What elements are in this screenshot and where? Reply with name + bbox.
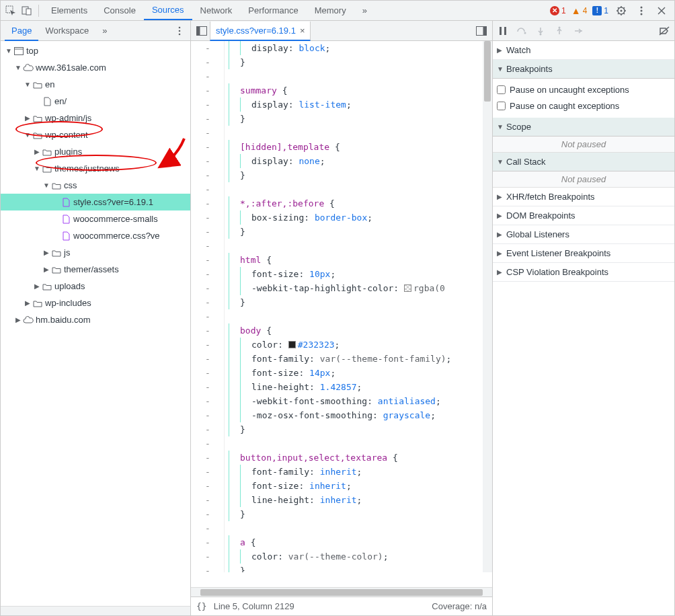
toggle-navigator-icon[interactable]: [194, 23, 210, 39]
chevron-right-icon[interactable]: ▶: [42, 249, 50, 256]
chevron-down-icon[interactable]: ▼: [33, 165, 41, 172]
gutter-line[interactable]: -: [191, 564, 225, 578]
chevron-right-icon[interactable]: ▶: [24, 114, 32, 122]
tree-row[interactable]: ▼css: [1, 177, 190, 194]
chevron-down-icon[interactable]: ▼: [14, 64, 22, 71]
tab-elements[interactable]: Elements: [43, 1, 95, 20]
settings-icon[interactable]: [614, 3, 629, 18]
tree-row[interactable]: ▼www.361sale.com: [1, 59, 190, 76]
section-dom[interactable]: ▶DOM Breakpoints: [493, 206, 674, 225]
gutter-line[interactable]: -: [191, 338, 225, 352]
toggle-debugger-icon[interactable]: [473, 23, 489, 39]
inspect-icon[interactable]: [3, 3, 18, 18]
tree-row[interactable]: ▼en: [1, 76, 190, 93]
gutter-line[interactable]: -: [191, 535, 225, 549]
gutter-line[interactable]: -: [191, 69, 225, 83]
gutter-line[interactable]: -: [191, 83, 225, 98]
gutter-line[interactable]: -: [191, 408, 225, 422]
tree-row[interactable]: en/: [1, 93, 190, 110]
chevron-right-icon[interactable]: ▶: [42, 266, 50, 273]
pause-uncaught-checkbox[interactable]: [497, 85, 506, 94]
tree-row[interactable]: ▶wp-includes: [1, 295, 190, 311]
gutter-line[interactable]: -: [191, 394, 225, 408]
chevron-down-icon[interactable]: ▼: [24, 131, 32, 139]
editor-vertical-scrollbar[interactable]: [483, 41, 492, 572]
gutter-line[interactable]: -: [191, 323, 225, 338]
file-tree[interactable]: ▼top▼www.361sale.com▼enen/▶wp-admin/js▼w…: [1, 41, 190, 606]
close-tab-icon[interactable]: ×: [300, 26, 305, 36]
chevron-down-icon[interactable]: ▼: [5, 47, 13, 54]
format-icon[interactable]: {}: [196, 601, 207, 611]
section-global[interactable]: ▶Global Listeners: [493, 225, 674, 244]
tab-network[interactable]: Network: [192, 1, 241, 20]
section-callstack[interactable]: ▼Call Stack: [493, 153, 674, 171]
code-editor[interactable]: -------------------------------------- d…: [191, 41, 492, 587]
step-into-icon[interactable]: [534, 26, 547, 36]
section-xhr[interactable]: ▶XHR/fetch Breakpoints: [493, 188, 674, 206]
step-out-icon[interactable]: [553, 26, 565, 36]
deactivate-breakpoints-icon[interactable]: [658, 26, 670, 36]
gutter-line[interactable]: -: [191, 507, 225, 521]
chevron-down-icon[interactable]: ▼: [24, 81, 32, 88]
tree-row[interactable]: ▶js: [1, 244, 190, 261]
tree-row[interactable]: ▶uploads: [1, 278, 190, 295]
section-event[interactable]: ▶Event Listener Breakpoints: [493, 244, 674, 263]
pause-uncaught-row[interactable]: Pause on uncaught exceptions: [497, 81, 670, 98]
gutter-line[interactable]: -: [191, 479, 225, 493]
tree-row[interactable]: ▶themer/assets: [1, 261, 190, 278]
gutter-line[interactable]: -: [191, 126, 225, 140]
subtab-page[interactable]: Page: [5, 22, 38, 41]
navigator-menu-icon[interactable]: [173, 26, 186, 36]
tree-row[interactable]: ▼themes/justnews: [1, 160, 190, 177]
gutter-line[interactable]: -: [191, 168, 225, 182]
device-toggle-icon[interactable]: [19, 3, 34, 18]
pause-caught-row[interactable]: Pause on caught exceptions: [497, 98, 670, 114]
gutter-line[interactable]: -: [191, 253, 225, 267]
section-watch[interactable]: ▶Watch: [493, 41, 674, 60]
subtab-workspace[interactable]: Workspace: [38, 21, 95, 40]
gutter-line[interactable]: -: [191, 521, 225, 535]
gutter-line[interactable]: -: [191, 239, 225, 253]
code-content[interactable]: display: block;} summary {display: list-…: [225, 41, 492, 572]
gutter-line[interactable]: -: [191, 451, 225, 465]
issues-badge[interactable]: !1: [592, 6, 608, 15]
step-icon[interactable]: [572, 26, 584, 36]
chevron-right-icon[interactable]: ▶: [33, 282, 41, 290]
tab-memory[interactable]: Memory: [307, 1, 354, 20]
gutter-line[interactable]: -: [191, 493, 225, 507]
gutter-line[interactable]: -: [191, 295, 225, 309]
section-scope[interactable]: ▼Scope: [493, 118, 674, 137]
errors-badge[interactable]: ✕1: [550, 6, 566, 15]
file-tab[interactable]: style.css?ver=6.19.1 ×: [210, 22, 311, 41]
gutter-line[interactable]: -: [191, 55, 225, 69]
chevron-right-icon[interactable]: ▶: [24, 299, 32, 307]
editor-horizontal-scrollbar[interactable]: [191, 587, 492, 596]
more-tabs-icon[interactable]: »: [354, 1, 375, 20]
gutter-line[interactable]: -: [191, 140, 225, 154]
tab-performance[interactable]: Performance: [240, 1, 306, 20]
tree-row[interactable]: ▼wp-content: [1, 126, 190, 143]
section-csp[interactable]: ▶CSP Violation Breakpoints: [493, 263, 674, 282]
gutter-line[interactable]: -: [191, 281, 225, 295]
gutter-line[interactable]: -: [191, 41, 225, 55]
gutter-line[interactable]: -: [191, 210, 225, 225]
section-breakpoints[interactable]: ▼Breakpoints: [493, 60, 674, 79]
chevron-right-icon[interactable]: ▶: [14, 316, 22, 323]
tree-horizontal-scrollbar[interactable]: [1, 606, 190, 615]
gutter-line[interactable]: -: [191, 422, 225, 436]
tab-console[interactable]: Console: [95, 1, 144, 20]
tree-row[interactable]: style.css?ver=6.19.1: [1, 194, 190, 210]
gutter-line[interactable]: -: [191, 465, 225, 479]
tree-row[interactable]: ▶hm.baidu.com: [1, 311, 190, 328]
close-devtools-icon[interactable]: [654, 3, 669, 18]
tree-row[interactable]: ▶wp-admin/js: [1, 110, 190, 126]
tree-row[interactable]: ▶plugins: [1, 143, 190, 160]
gutter-line[interactable]: -: [191, 436, 225, 451]
gutter-line[interactable]: -: [191, 98, 225, 112]
tree-row[interactable]: woocommerce-smalls: [1, 210, 190, 227]
gutter-line[interactable]: -: [191, 154, 225, 168]
tree-row[interactable]: ▼top: [1, 42, 190, 59]
tab-sources[interactable]: Sources: [144, 1, 192, 20]
chevron-down-icon[interactable]: ▼: [42, 182, 50, 189]
gutter-line[interactable]: -: [191, 380, 225, 394]
